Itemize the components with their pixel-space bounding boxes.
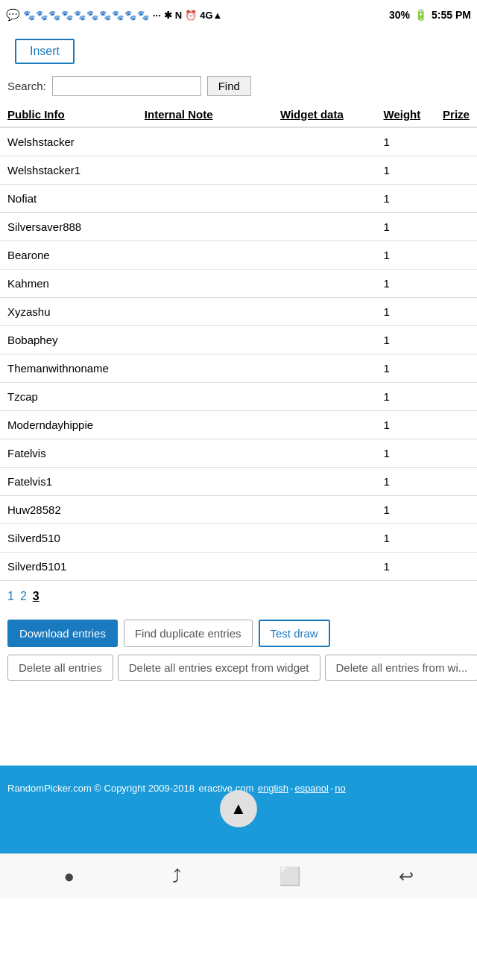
header-weight: Weight <box>376 102 436 127</box>
cell-prize <box>435 411 477 439</box>
cell-widget-data <box>273 553 376 581</box>
cell-weight: 1 <box>376 185 436 213</box>
app-icons: 🐾🐾🐾🐾🐾🐾🐾🐾🐾🐾 <box>23 10 150 21</box>
insert-button[interactable]: Insert <box>15 39 75 64</box>
find-button[interactable]: Find <box>207 76 251 96</box>
table-row[interactable]: Silverd5101 <box>0 524 477 553</box>
table-header-row: Public Info Internal Note Widget data We… <box>0 102 477 127</box>
cell-prize <box>435 241 477 270</box>
cell-prize <box>435 298 477 326</box>
page-3-link[interactable]: 3 <box>33 590 40 603</box>
more-icon: ··· <box>153 10 161 21</box>
footer-separator-1: - <box>290 783 293 794</box>
cell-weight: 1 <box>376 354 436 383</box>
table-row[interactable]: Welshstacker1 <box>0 127 477 156</box>
search-input[interactable] <box>52 76 201 96</box>
table-row[interactable]: Fatelvis11 <box>0 468 477 496</box>
cell-prize <box>435 127 477 156</box>
page-1-link[interactable]: 1 <box>7 590 14 603</box>
table-row[interactable]: Welshstacker11 <box>0 156 477 185</box>
table-row[interactable]: Xyzashu1 <box>0 298 477 326</box>
cell-prize <box>435 553 477 581</box>
cell-widget-data <box>273 213 376 241</box>
test-draw-button[interactable]: Test draw <box>259 620 330 647</box>
cell-internal-note <box>137 326 273 354</box>
cell-public-info: Moderndayhippie <box>0 411 137 439</box>
cell-internal-note <box>137 553 273 581</box>
scroll-top-icon: ▲ <box>230 799 247 818</box>
cell-widget-data <box>273 383 376 411</box>
footer-lang-espanol[interactable]: espanol <box>294 783 329 794</box>
delete-buttons-row: Delete all entries Delete all entries ex… <box>0 655 477 691</box>
search-label: Search: <box>7 80 46 92</box>
cell-prize <box>435 354 477 383</box>
cell-widget-data <box>273 241 376 270</box>
cell-public-info: Silverd5101 <box>0 553 137 581</box>
entries-table: Public Info Internal Note Widget data We… <box>0 102 477 581</box>
delete-from-widget-button[interactable]: Delete all entries from wi... <box>325 655 477 681</box>
alarm-icon: ⏰ <box>185 10 197 21</box>
cell-prize <box>435 496 477 524</box>
cell-internal-note <box>137 185 273 213</box>
cell-widget-data <box>273 468 376 496</box>
nav-home-icon[interactable]: ⬜ <box>279 866 301 887</box>
table-row[interactable]: Bobaphey1 <box>0 326 477 354</box>
cell-widget-data <box>273 185 376 213</box>
cell-prize <box>435 383 477 411</box>
cell-internal-note <box>137 468 273 496</box>
notification-icon: 💬 <box>6 8 20 22</box>
table-row[interactable]: Kahmen1 <box>0 270 477 298</box>
find-duplicate-entries-button[interactable]: Find duplicate entries <box>124 620 253 647</box>
bluetooth-icon: ✱ <box>164 10 172 21</box>
cell-internal-note <box>137 298 273 326</box>
status-right-icons: 30% 🔋 5:55 PM <box>389 9 471 21</box>
signal-icon: 4G▲ <box>200 10 222 21</box>
table-row[interactable]: Moderndayhippie1 <box>0 411 477 439</box>
cell-weight: 1 <box>376 156 436 185</box>
cell-weight: 1 <box>376 270 436 298</box>
cell-public-info: Welshstacker1 <box>0 156 137 185</box>
nav-back-icon[interactable]: ⤴ <box>172 866 181 887</box>
table-row[interactable]: Bearone1 <box>0 241 477 270</box>
table-row[interactable]: Nofiat1 <box>0 185 477 213</box>
cell-weight: 1 <box>376 298 436 326</box>
cell-public-info: Welshstacker <box>0 127 137 156</box>
cell-weight: 1 <box>376 326 436 354</box>
download-entries-button[interactable]: Download entries <box>7 620 118 647</box>
cell-widget-data <box>273 270 376 298</box>
table-row[interactable]: Huw285821 <box>0 496 477 524</box>
cell-weight: 1 <box>376 553 436 581</box>
delete-all-entries-button[interactable]: Delete all entries <box>7 655 113 681</box>
table-row[interactable]: Fatelvis1 <box>0 439 477 468</box>
cell-prize <box>435 439 477 468</box>
cell-weight: 1 <box>376 496 436 524</box>
page-2-link[interactable]: 2 <box>20 590 27 603</box>
header-prize: Prize <box>435 102 477 127</box>
time-display: 5:55 PM <box>432 9 471 21</box>
nav-menu-icon[interactable]: ↩ <box>399 866 414 887</box>
scroll-top-button[interactable]: ▲ <box>220 790 257 827</box>
footer-lang-english[interactable]: english <box>258 783 288 794</box>
nav-dot-icon[interactable]: ● <box>63 866 75 887</box>
delete-except-widget-button[interactable]: Delete all entries except from widget <box>118 655 320 681</box>
cell-public-info: Fatelvis <box>0 439 137 468</box>
header-widget-data: Widget data <box>273 102 376 127</box>
cell-internal-note <box>137 354 273 383</box>
cell-weight: 1 <box>376 127 436 156</box>
table-row[interactable]: Silverd51011 <box>0 553 477 581</box>
cell-prize <box>435 156 477 185</box>
cell-internal-note <box>137 156 273 185</box>
table-row[interactable]: Silversaver8881 <box>0 213 477 241</box>
cell-prize <box>435 270 477 298</box>
cell-weight: 1 <box>376 468 436 496</box>
cell-internal-note <box>137 270 273 298</box>
footer-lang-no[interactable]: no <box>335 783 345 794</box>
cell-public-info: Themanwithnoname <box>0 354 137 383</box>
cell-internal-note <box>137 411 273 439</box>
table-row[interactable]: Tzcap1 <box>0 383 477 411</box>
header-internal-note: Internal Note <box>137 102 273 127</box>
table-row[interactable]: Themanwithnoname1 <box>0 354 477 383</box>
cell-internal-note <box>137 496 273 524</box>
cell-public-info: Huw28582 <box>0 496 137 524</box>
action-buttons-row: Download entries Find duplicate entries … <box>0 612 477 655</box>
